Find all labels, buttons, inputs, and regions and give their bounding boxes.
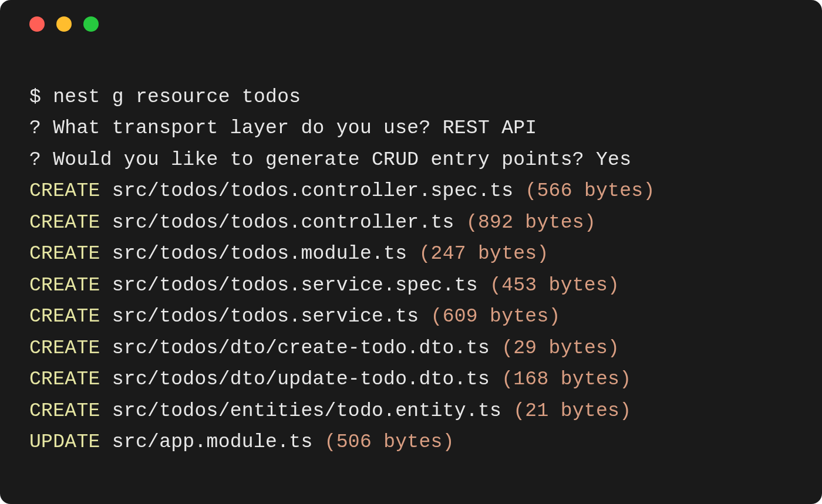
file-path: src/todos/todos.controller.spec.ts (112, 180, 514, 202)
file-path: src/app.module.ts (112, 431, 313, 453)
output-line: CREATE src/todos/todos.controller.spec.t… (29, 175, 793, 207)
titlebar (0, 0, 822, 32)
file-size: (453 bytes) (490, 275, 619, 296)
file-size: (566 bytes) (525, 180, 655, 202)
file-path: src/todos/todos.module.ts (112, 243, 407, 265)
file-action: CREATE (29, 180, 100, 202)
file-action: CREATE (29, 275, 100, 296)
output-line: CREATE src/todos/dto/update-todo.dto.ts … (29, 364, 793, 395)
file-size: (609 bytes) (431, 306, 561, 327)
output-line: CREATE src/todos/dto/create-todo.dto.ts … (29, 333, 793, 364)
file-action: CREATE (29, 306, 100, 327)
file-path: src/todos/dto/update-todo.dto.ts (112, 368, 490, 390)
output-line: UPDATE src/app.module.ts (506 bytes) (29, 427, 793, 458)
file-action: CREATE (29, 400, 100, 422)
terminal-window: $ nest g resource todos ? What transport… (0, 0, 822, 504)
output-line: CREATE src/todos/todos.service.ts (609 b… (29, 301, 793, 332)
question-text: Would you like to generate CRUD entry po… (53, 149, 596, 171)
minimize-button[interactable] (56, 16, 72, 32)
output-line: CREATE src/todos/todos.controller.ts (89… (29, 207, 793, 238)
prompt-symbol: $ (29, 86, 53, 108)
file-path: src/todos/entities/todo.entity.ts (112, 400, 501, 422)
prompt-question-1: ? What transport layer do you use? REST … (29, 113, 793, 144)
question-marker: ? (29, 149, 53, 171)
file-action: CREATE (29, 212, 100, 234)
file-size: (892 bytes) (466, 212, 596, 234)
file-size: (29 bytes) (501, 337, 619, 359)
output-line: CREATE src/todos/todos.module.ts (247 by… (29, 238, 793, 269)
file-action: CREATE (29, 337, 100, 359)
question-answer: REST API (443, 117, 537, 139)
question-answer: Yes (596, 149, 631, 171)
command-text: nest g resource todos (53, 86, 301, 108)
close-button[interactable] (29, 16, 45, 32)
file-size: (506 bytes) (325, 431, 454, 453)
prompt-question-2: ? Would you like to generate CRUD entry … (29, 144, 793, 175)
maximize-button[interactable] (83, 16, 99, 32)
file-path: src/todos/todos.service.ts (112, 306, 419, 327)
file-action: CREATE (29, 368, 100, 390)
file-path: src/todos/todos.service.spec.ts (112, 275, 478, 296)
output-line: CREATE src/todos/todos.service.spec.ts (… (29, 270, 793, 301)
file-size: (168 bytes) (501, 368, 631, 390)
command-line: $ nest g resource todos (29, 82, 793, 113)
file-size: (247 bytes) (419, 243, 548, 265)
file-action: CREATE (29, 243, 100, 265)
output-line: CREATE src/todos/entities/todo.entity.ts… (29, 395, 793, 427)
question-marker: ? (29, 117, 53, 139)
file-size: (21 bytes) (513, 400, 631, 422)
question-text: What transport layer do you use? (53, 117, 442, 139)
file-action: UPDATE (29, 431, 100, 453)
file-path: src/todos/todos.controller.ts (112, 212, 454, 234)
file-path: src/todos/dto/create-todo.dto.ts (112, 337, 490, 359)
terminal-content[interactable]: $ nest g resource todos ? What transport… (0, 32, 822, 481)
